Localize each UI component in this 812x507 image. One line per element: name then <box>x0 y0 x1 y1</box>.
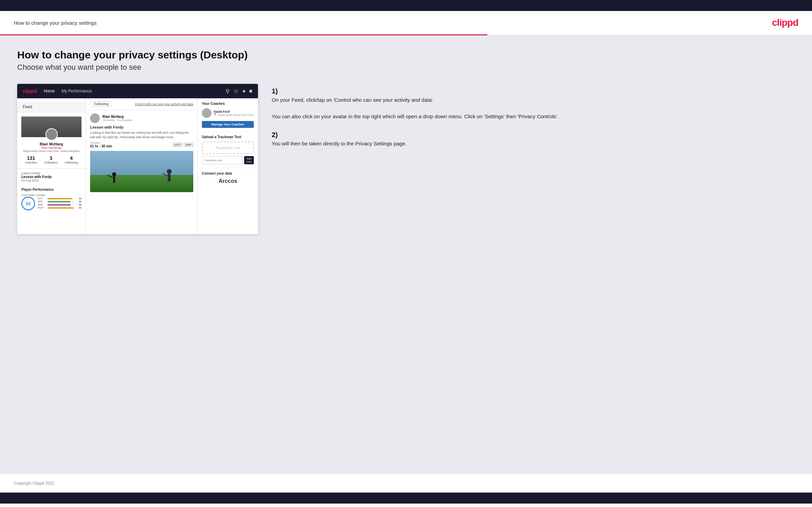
app-screenshot: clippd Home My Performance ⚲ ☺ ● ■ Feed <box>17 84 258 234</box>
app-logo-inner: clippd <box>23 88 37 94</box>
feed-header: Following Control who can see your activ… <box>86 98 197 110</box>
svg-point-2 <box>112 172 116 176</box>
profile-stats: 131 Activities 3 Followers 4 Following <box>21 155 82 164</box>
latest-activity-date: 03 Aug 2022 <box>21 179 82 182</box>
header: How to change your privacy settings clip… <box>0 11 812 34</box>
player-performance: Player Performance Total Player Quality … <box>17 185 86 213</box>
content-row: clippd Home My Performance ⚲ ☺ ● ■ Feed <box>17 84 795 234</box>
copyright: Copyright Clippd 2022 <box>14 481 55 486</box>
location-icon: 📍 <box>214 113 217 117</box>
add-link-button[interactable]: Add Link <box>244 156 254 164</box>
following-label: Following <box>65 161 78 164</box>
instruction-1-number: 1) <box>272 87 278 95</box>
profile-card: Blair McHarg Plus Handicap Royal North D… <box>17 112 86 169</box>
instructions: 1) On your Feed, click/tap on 'Control w… <box>272 84 795 162</box>
trackman-input[interactable] <box>202 156 243 164</box>
header-title: How to change your privacy settings <box>14 20 97 26</box>
post-user-row: Blair McHarg Yesterday · Sunningdale <box>90 113 193 123</box>
coach-name: David Ford <box>214 110 253 113</box>
svg-rect-0 <box>90 151 193 178</box>
connect-title: Connect your data <box>202 172 254 175</box>
post-desc: Looking to feel like my hands are exitin… <box>90 131 193 139</box>
coaches-title: Your Coaches <box>202 102 254 106</box>
trackman-section: Upload a Trackman Test Trackman Link Add… <box>198 132 258 168</box>
trackman-input-row: Add Link <box>202 156 254 164</box>
duration-val: 01 hr : 30 min <box>90 144 112 148</box>
post-title: Lesson with Fordy <box>90 125 193 129</box>
latest-activity-label: Latest Activity <box>21 172 82 175</box>
followers-label: Followers <box>44 161 58 164</box>
app-sidebar: Feed Blair McHarg Plus Handicap Royal No… <box>17 98 86 234</box>
activities-count: 131 <box>25 155 37 161</box>
profile-avatar <box>45 128 58 141</box>
tag-ott: OTT <box>173 143 182 147</box>
top-bar <box>0 0 812 11</box>
post-user-name: Blair McHarg <box>102 115 132 119</box>
coach-avatar <box>202 108 212 118</box>
svg-rect-3 <box>113 176 115 183</box>
svg-point-5 <box>167 169 172 174</box>
app-body: Feed Blair McHarg Plus Handicap Royal No… <box>17 98 258 234</box>
profile-subtitle: Plus Handicap <box>21 146 82 150</box>
duration-label: Duration <box>90 141 112 144</box>
control-link[interactable]: Control who can see your activity and da… <box>135 102 193 106</box>
quality-label: Total Player Quality <box>21 194 82 197</box>
quality-row: 92 OTT 90 APP <box>21 197 82 210</box>
bottom-bar <box>0 493 812 504</box>
user-icon: ☺ <box>233 88 239 95</box>
logo: clippd <box>772 17 798 28</box>
instruction-1-text: On your Feed, click/tap on 'Control who … <box>272 96 795 121</box>
following-count: 4 <box>65 155 78 161</box>
app-nav-performance: My Performance <box>62 89 92 93</box>
page-subheading: Choose what you want people to see <box>17 63 795 72</box>
bar-arg: ARG 86 <box>38 203 82 206</box>
latest-activity-title: Lesson with Fordy <box>21 175 82 179</box>
coaches-section: Your Coaches David Ford 📍 Royal North De… <box>198 98 258 132</box>
profile-club: Royal North Devon Golf Club, United King… <box>21 150 82 153</box>
app-nav-home: Home <box>44 89 55 93</box>
tag-app: APP <box>184 143 193 147</box>
coach-row: David Ford 📍 Royal North Devon Golf Club <box>202 108 254 118</box>
app-feed: Following Control who can see your activ… <box>86 98 198 234</box>
instruction-1: 1) On your Feed, click/tap on 'Control w… <box>272 87 795 121</box>
post-avatar <box>90 113 100 123</box>
footer: Copyright Clippd 2022 <box>0 474 812 493</box>
search-icon: ⚲ <box>226 88 230 95</box>
app-right-panel: Your Coaches David Ford 📍 Royal North De… <box>198 98 258 234</box>
followers-count: 3 <box>44 155 58 161</box>
instruction-2-text: You will then be taken directly to the P… <box>272 140 795 148</box>
following-button[interactable]: Following <box>90 101 112 107</box>
svg-rect-1 <box>90 175 193 192</box>
circle-score: 92 <box>21 197 35 210</box>
feed-tab: Feed <box>17 102 86 112</box>
coach-club: 📍 Royal North Devon Golf Club <box>214 113 253 117</box>
main-content: How to change your privacy settings (Des… <box>0 35 812 474</box>
profile-banner <box>21 117 82 137</box>
trackman-title: Upload a Trackman Test <box>202 135 254 139</box>
svg-rect-6 <box>168 174 171 181</box>
app-nav-icons: ⚲ ☺ ● ■ <box>226 88 252 95</box>
bar-app: APP 85 <box>38 200 82 203</box>
page-heading: How to change your privacy settings (Des… <box>17 49 795 61</box>
bar-putt: PUTT 96 <box>38 207 82 209</box>
activities-label: Activities <box>25 161 37 164</box>
latest-activity: Latest Activity Lesson with Fordy 03 Aug… <box>17 169 86 185</box>
avatar-icon: ■ <box>249 88 252 95</box>
instruction-2-number: 2) <box>272 131 278 139</box>
post-image <box>90 151 193 192</box>
stat-bars: OTT 90 APP <box>38 197 82 210</box>
post-duration-row: Duration 01 hr : 30 min OTT APP <box>90 141 193 148</box>
app-nav: clippd Home My Performance ⚲ ☺ ● ■ <box>17 84 258 98</box>
post-card: Blair McHarg Yesterday · Sunningdale Les… <box>86 110 197 196</box>
manage-coaches-button[interactable]: Manage Your Coaches <box>202 121 254 128</box>
arccos-logo: Arccos <box>202 178 254 184</box>
connect-section: Connect your data Arccos <box>198 168 258 188</box>
post-user-sub: Yesterday · Sunningdale <box>102 119 132 122</box>
post-tags: OTT APP <box>173 143 193 147</box>
globe-icon: ● <box>242 88 246 95</box>
perf-title: Player Performance <box>21 188 82 191</box>
profile-name: Blair McHarg <box>21 142 82 146</box>
bar-ott: OTT 90 <box>38 197 82 200</box>
trackman-link-box: Trackman Link <box>202 142 254 154</box>
instruction-2: 2) You will then be taken directly to th… <box>272 131 795 148</box>
